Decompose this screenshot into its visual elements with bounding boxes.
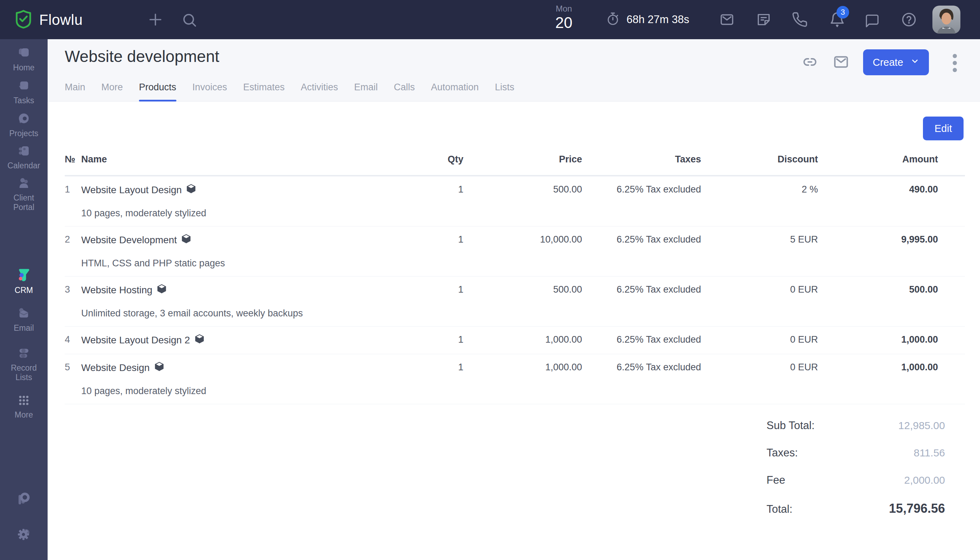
chat-button[interactable]: [865, 13, 880, 28]
send-email-button[interactable]: [832, 53, 850, 72]
create-button[interactable]: Create: [863, 49, 929, 75]
table-row[interactable]: 3 Website Hosting 1 500.00 6.25% Tax exc…: [65, 277, 965, 327]
sidebar-item-label: Calendar: [0, 161, 48, 170]
table-row[interactable]: 5 Website Design 1 1,000.00 6.25% Tax ex…: [65, 354, 965, 404]
taxes-label: Taxes:: [767, 447, 798, 459]
sidebar-settings-button[interactable]: [0, 527, 48, 545]
mail-button[interactable]: [719, 12, 735, 28]
tab-bar: Main More Products Invoices Estimates Ac…: [65, 82, 514, 101]
tab-invoices[interactable]: Invoices: [192, 82, 227, 101]
sidebar-item-calendar[interactable]: Calendar: [0, 143, 48, 170]
chat-icon: [865, 13, 880, 28]
discount-cell: 2 %: [701, 183, 818, 195]
row-number: 3: [65, 283, 81, 295]
copy-link-button[interactable]: [802, 53, 818, 72]
time-tracker[interactable]: 68h 27m 38s: [605, 0, 689, 39]
sidebar-item-more[interactable]: More: [0, 393, 48, 420]
taxes-value: 811.56: [913, 447, 945, 459]
projects-icon: [0, 111, 48, 126]
notification-badge: 3: [837, 6, 849, 18]
more-grid-icon: [0, 393, 48, 407]
partner-p-icon: [15, 491, 32, 509]
product-name-link[interactable]: Website Development: [81, 234, 177, 246]
product-name-link[interactable]: Website Layout Design 2: [81, 334, 190, 346]
row-number: 2: [65, 233, 81, 245]
grand-total-row: Total: 15,796.56: [767, 501, 945, 515]
envelope-icon: [832, 66, 850, 72]
discount-cell: 0 EUR: [701, 283, 818, 295]
grand-total-label: Total:: [767, 503, 792, 515]
sidebar-item-label: Client Portal: [0, 193, 48, 212]
sidebar-item-label: Record Lists: [0, 363, 48, 382]
tab-activities[interactable]: Activities: [301, 82, 338, 101]
fee-row: Fee 2,000.00: [767, 474, 945, 487]
tab-products[interactable]: Products: [139, 82, 177, 101]
tab-more[interactable]: More: [102, 82, 123, 101]
product-name-cell: Website Hosting: [81, 283, 392, 297]
sidebar-item-record-lists[interactable]: Record Lists: [0, 346, 48, 382]
sidebar-item-tasks[interactable]: Tasks: [0, 78, 48, 105]
client-portal-icon: [0, 176, 48, 190]
row-number: 4: [65, 333, 81, 345]
header-kebab-menu[interactable]: [952, 52, 958, 75]
tab-lists[interactable]: Lists: [495, 82, 515, 101]
user-avatar[interactable]: [932, 6, 960, 33]
table-row[interactable]: 1 Website Layout Design 1 500.00 6.25% T…: [65, 177, 965, 227]
sidebar-partner-button[interactable]: [0, 491, 48, 509]
notifications-button[interactable]: 3: [829, 11, 846, 28]
product-name-link[interactable]: Website Hosting: [81, 284, 152, 296]
product-name-link[interactable]: Website Design: [81, 362, 150, 374]
tab-estimates[interactable]: Estimates: [243, 82, 285, 101]
tab-calls[interactable]: Calls: [394, 82, 415, 101]
product-name-link[interactable]: Website Layout Design: [81, 184, 182, 196]
chevron-down-icon: [910, 57, 920, 68]
product-description: 10 pages, moderately stylized: [81, 207, 938, 219]
sidebar-item-label: More: [0, 410, 48, 420]
add-button[interactable]: [146, 10, 165, 29]
flowlu-shield-icon: [13, 9, 33, 31]
search-icon: [181, 12, 197, 28]
flowlu-logo[interactable]: Flowlu: [13, 9, 83, 31]
subtotal-label: Sub Total:: [767, 419, 815, 432]
edit-button[interactable]: Edit: [923, 117, 963, 140]
fee-label: Fee: [767, 474, 785, 487]
sidebar-item-client-portal[interactable]: Client Portal: [0, 176, 48, 212]
timer-value: 68h 27m 38s: [627, 13, 689, 26]
table-row[interactable]: 4 Website Layout Design 2 1 1,000.00 6.2…: [65, 327, 965, 354]
crm-icon: [0, 267, 48, 283]
sidebar-item-projects[interactable]: Projects: [0, 111, 48, 138]
page-title: Website development: [65, 47, 220, 66]
tasks-icon: [0, 78, 48, 93]
row-number: 1: [65, 183, 81, 195]
calendar-icon: [0, 143, 48, 158]
sidebar-item-home[interactable]: Home: [0, 45, 48, 72]
tab-main[interactable]: Main: [65, 82, 85, 101]
qty-cell: 1: [392, 233, 463, 245]
tab-automation[interactable]: Automation: [431, 82, 479, 101]
sidebar-item-crm[interactable]: CRM: [0, 267, 48, 295]
notes-button[interactable]: [755, 12, 772, 28]
sidebar-item-label: Tasks: [0, 96, 48, 105]
product-cube-icon: [181, 233, 192, 247]
calls-button[interactable]: [792, 12, 808, 28]
qty-cell: 1: [392, 283, 463, 295]
product-name-cell: Website Design: [81, 361, 392, 375]
qty-cell: 1: [392, 333, 463, 345]
product-name-cell: Website Layout Design: [81, 183, 392, 197]
column-header-name: Name: [81, 153, 392, 165]
products-table: № Name Qty Price Taxes Discount Amount 1…: [65, 151, 965, 404]
sidebar-item-email[interactable]: Email: [0, 306, 48, 333]
global-search-button[interactable]: [181, 12, 197, 28]
sidebar-item-label: Email: [0, 323, 48, 333]
help-button[interactable]: [901, 12, 917, 28]
home-icon: [0, 45, 48, 60]
table-row[interactable]: 2 Website Development 1 10,000.00 6.25% …: [65, 227, 965, 277]
kebab-menu-icon: [952, 68, 958, 75]
tab-email[interactable]: Email: [354, 82, 378, 101]
flowlu-app: Flowlu Mon 20 68h 27m 38s 3: [0, 0, 980, 560]
calendar-date-widget[interactable]: Mon 20: [545, 3, 583, 32]
product-cube-icon: [157, 283, 167, 297]
grand-total-value: 15,796.56: [889, 501, 945, 516]
product-cube-icon: [154, 361, 165, 375]
discount-cell: 0 EUR: [701, 361, 818, 373]
